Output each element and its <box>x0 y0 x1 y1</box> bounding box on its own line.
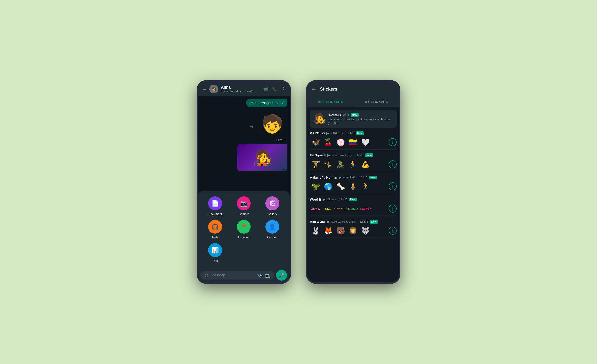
stickers-title: Stickers <box>320 87 337 92</box>
pack-author-wordit: Vikunia · <box>327 198 337 201</box>
avatars-description: Get your own sticker pack that represent… <box>328 118 394 125</box>
stickers-phone: ← Stickers ALL STICKERS MY STICKERS 🧑‍🎤 … <box>306 80 400 284</box>
sticker-5-fitsquad: 💪 <box>360 159 371 170</box>
sticker-3-fitsquad: 🚴 <box>335 159 346 170</box>
sticker-message-container: ↪ 🧒 22:07 ✓✓ <box>257 109 287 142</box>
header-icons: 📹 📞 ⋮ <box>263 86 286 92</box>
sticker-5-wordit: SORRY <box>360 203 371 214</box>
attach-item-location[interactable]: 📍 Location <box>232 220 256 239</box>
tab-all-stickers[interactable]: ALL STICKERS <box>307 96 353 107</box>
attach-item-audio[interactable]: 🎧 Audio <box>203 220 228 239</box>
download-karolg[interactable]: ↓ <box>389 138 397 146</box>
download-axojax[interactable]: ↓ <box>389 227 397 235</box>
sticker-1-fitsquad: 🏋️ <box>310 159 321 170</box>
camera-icon-bar[interactable]: 📷 <box>265 273 271 278</box>
sticker-pack-fitsquad: Fit Squad! ▶ Grace Wattimury · 5.0 MB Ne… <box>310 152 397 172</box>
sticker-pack-karolg: KAROL G ▶ KAROL G · 3.2 MB New 🦋 🍒 💮 🇨🇴 … <box>310 130 397 150</box>
tab-my-stickers[interactable]: MY STICKERS <box>353 96 399 107</box>
sticker-3-axojax: 🐻 <box>335 225 346 236</box>
play-icon-wordit[interactable]: ▶ <box>323 197 325 201</box>
back-button[interactable]: ← <box>202 86 207 92</box>
video-call-icon[interactable]: 📹 <box>263 86 269 92</box>
attach-item-poll[interactable]: 📊 Poll <box>203 243 228 263</box>
avatar: 👩 <box>209 85 218 93</box>
pack-header-human: A day of a Human ▶ Agus Paill. · 4.3 MB … <box>310 175 397 179</box>
avatars-banner[interactable]: 🧑‍🎤 Avatars Meta New Get your own sticke… <box>310 110 397 128</box>
document-label: Document <box>208 212 222 216</box>
pack-name-wordit: Word It <box>310 198 321 201</box>
stickers-back-button[interactable]: ← <box>311 86 316 92</box>
stickers-tabs: ALL STICKERS MY STICKERS <box>307 96 399 107</box>
pack-stickers-wordit: XOXO LOL CONGRATS GOOD SORRY ↓ <box>310 203 397 214</box>
sticker-1-wordit: XOXO <box>310 203 321 214</box>
message-placeholder: Message <box>211 273 226 277</box>
pack-name-axojax: Axo & Jax <box>310 220 326 224</box>
camera-icon: 📷 <box>237 196 251 210</box>
sticker-3-karolg: 💮 <box>335 136 346 148</box>
pack-author-fitsquad: Grace Wattimury · <box>332 154 353 157</box>
play-icon-karolg[interactable]: ▶ <box>326 131 329 135</box>
contact-status: last seen today at 14:41 <box>221 90 261 93</box>
sticker-2-human: 🌎 <box>322 181 334 192</box>
forward-icon: ↪ <box>250 124 253 129</box>
sticker-4-axojax: 🦁 <box>347 225 359 236</box>
message-time: 22:04 ✓✓ <box>272 101 284 105</box>
sticker-5-human: 🏃 <box>360 181 371 192</box>
contact-name: Alina <box>221 85 261 90</box>
sticker-time: 22:07 ✓✓ <box>276 139 287 142</box>
sticker-message: ↪ 🧒 <box>257 109 287 139</box>
sticker-5-karolg: 🤍 <box>360 136 371 148</box>
image-content: 🧑‍🎤 <box>253 149 272 167</box>
sticker-emoji: 🧒 <box>257 109 287 139</box>
sticker-2-axojax: 🦊 <box>322 225 334 236</box>
chat-header: ← 👩 Alina last seen today at 14:41 📹 📞 ⋮ <box>198 82 290 96</box>
pack-name-fitsquad: Fit Squad! <box>310 153 326 157</box>
play-icon-axojax[interactable]: ▶ <box>327 220 330 224</box>
play-icon-fitsquad[interactable]: ▶ <box>327 153 330 157</box>
message-bubble-text: Test message 22:04 ✓✓ <box>246 99 287 107</box>
sticker-4-fitsquad: 🏃 <box>347 159 359 170</box>
sticker-2-karolg: 🍒 <box>322 136 334 148</box>
document-icon: 📄 <box>208 196 222 210</box>
pack-name-karolg: KAROL G <box>310 131 325 135</box>
download-wordit[interactable]: ↓ <box>389 205 397 213</box>
play-icon-human[interactable]: ▶ <box>339 175 341 179</box>
mic-button[interactable]: 🎤 <box>276 270 287 281</box>
pack-size-human: 4.3 MB <box>359 176 367 179</box>
sticker-5-axojax: 🐺 <box>360 225 371 236</box>
stickers-header: ← Stickers <box>307 82 399 96</box>
image-overlay <box>282 169 285 170</box>
pack-header-wordit: Word It ▶ Vikunia · 4.6 MB New <box>310 197 397 201</box>
attach-icon-bar[interactable]: 📎 <box>257 273 262 278</box>
more-options-icon[interactable]: ⋮ <box>281 86 286 92</box>
avatars-title: Avatars Meta New <box>328 113 394 117</box>
audio-icon: 🎧 <box>208 220 222 234</box>
download-fitsquad[interactable]: ↓ <box>389 160 397 168</box>
attachment-menu: 📄 Document 📷 Camera 🖼 Gallery 🎧 Audio 📍 … <box>198 191 290 268</box>
attach-item-camera[interactable]: 📷 Camera <box>232 196 256 216</box>
sticker-pack-wordit: Word It ▶ Vikunia · 4.6 MB New XOXO LOL … <box>310 196 397 216</box>
new-badge-human: New <box>369 176 377 179</box>
download-human[interactable]: ↓ <box>389 182 397 190</box>
emoji-icon[interactable]: ☺ <box>204 273 209 278</box>
avatars-image: 🧑‍🎤 <box>313 113 325 125</box>
audio-label: Audio <box>211 236 219 239</box>
image-message: 🧑‍🎤 <box>237 144 287 171</box>
message-input-field[interactable]: ☺ Message 📎 📷 <box>200 271 274 280</box>
pack-name-human: A day of a Human <box>310 176 337 179</box>
new-badge-avatars: New <box>351 113 359 117</box>
call-icon[interactable]: 📞 <box>272 86 278 92</box>
pack-header-karolg: KAROL G ▶ KAROL G · 3.2 MB New <box>310 131 397 135</box>
sticker-4-wordit: GOOD <box>347 203 359 214</box>
attach-item-gallery[interactable]: 🖼 Gallery <box>260 196 285 216</box>
sticker-4-karolg: 🇨🇴 <box>347 136 359 148</box>
new-badge-karolg: New <box>356 131 364 135</box>
pack-header-fitsquad: Fit Squad! ▶ Grace Wattimury · 5.0 MB Ne… <box>310 153 397 157</box>
location-label: Location <box>238 236 249 239</box>
contact-label: Contact <box>267 236 277 239</box>
attach-item-document[interactable]: 📄 Document <box>203 196 228 216</box>
input-right-icons: 📎 📷 <box>257 273 271 278</box>
attach-item-contact[interactable]: 👤 Contact <box>260 220 285 239</box>
sticker-pack-human: A day of a Human ▶ Agus Paill. · 4.3 MB … <box>310 174 397 194</box>
sticker-3-wordit: CONGRATS <box>335 203 346 214</box>
